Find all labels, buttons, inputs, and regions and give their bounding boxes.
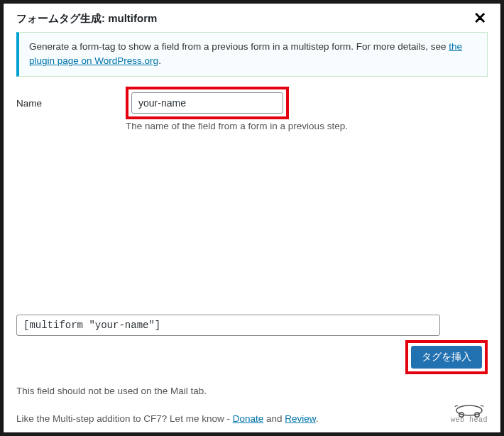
form-tag-generator-modal: フォームタグ生成: multiform ✕ Generate a form-ta… <box>3 3 501 433</box>
name-label: Name <box>16 87 116 109</box>
webhead-logo: web head <box>451 403 488 424</box>
modal-header: フォームタグ生成: multiform ✕ <box>4 4 500 32</box>
promo-before: Like the Multi-step addition to CF7? Let… <box>16 413 233 424</box>
footer-area: タグを挿入 This field should not be used on t… <box>4 307 500 432</box>
car-icon <box>454 403 485 418</box>
insert-row: タグを挿入 <box>16 340 488 374</box>
close-icon: ✕ <box>473 9 486 27</box>
donate-link[interactable]: Donate <box>233 413 264 424</box>
bottom-row: Like the Multi-step addition to CF7? Let… <box>16 403 488 424</box>
name-highlight <box>126 87 289 119</box>
name-input-col: The name of the field from a form in a p… <box>126 87 488 131</box>
spacer <box>16 131 488 305</box>
tag-output[interactable] <box>16 315 440 336</box>
promo-and: and <box>263 413 285 424</box>
logo-text: web head <box>451 416 488 424</box>
promo-text: Like the Multi-step addition to CF7? Let… <box>16 413 319 424</box>
name-input[interactable] <box>131 92 283 114</box>
info-text-before: Generate a form-tag to show a field from… <box>29 41 449 52</box>
modal-body: Generate a form-tag to show a field from… <box>4 32 500 307</box>
info-text-after: . <box>158 55 161 66</box>
mail-tab-note: This field should not be used on the Mai… <box>16 386 488 396</box>
modal-title: フォームタグ生成: multiform <box>16 12 157 26</box>
info-box: Generate a form-tag to show a field from… <box>16 32 488 77</box>
close-button[interactable]: ✕ <box>472 11 488 26</box>
name-row: Name The name of the field from a form i… <box>16 87 488 131</box>
insert-highlight: タグを挿入 <box>405 340 488 374</box>
svg-point-0 <box>456 405 482 415</box>
review-link[interactable]: Review <box>285 413 316 424</box>
name-help-text: The name of the field from a form in a p… <box>126 121 488 131</box>
promo-after: . <box>316 413 319 424</box>
insert-tag-button[interactable]: タグを挿入 <box>411 346 482 369</box>
